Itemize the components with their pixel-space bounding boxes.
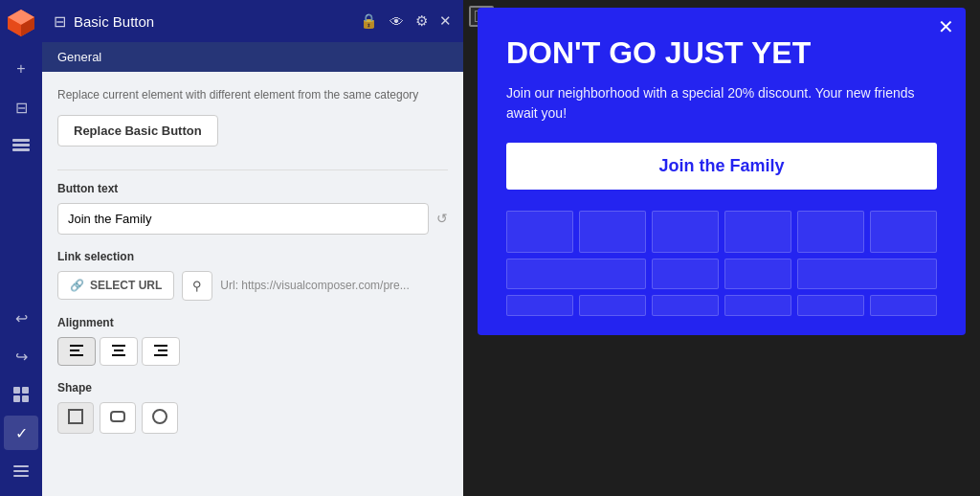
lock-icon[interactable]: 🔒	[360, 12, 378, 30]
svg-rect-16	[70, 354, 83, 356]
svg-rect-18	[114, 349, 123, 351]
wireframe-block	[579, 295, 646, 316]
alignment-row	[57, 337, 448, 366]
panel-title: Basic Button	[74, 13, 352, 30]
select-url-label: SELECT URL	[90, 279, 162, 292]
wireframe-block	[870, 211, 937, 253]
link-selection-label: Link selection	[57, 250, 448, 263]
svg-rect-4	[12, 139, 30, 142]
wireframe-content-area	[506, 211, 937, 316]
panel-element-icon: ⊟	[54, 12, 66, 31]
replace-description: Replace current element with different e…	[57, 87, 448, 103]
wireframe-block	[652, 211, 719, 253]
svg-rect-13	[13, 475, 29, 477]
url-display-text: Url: https://visualcomposer.com/pre...	[220, 279, 448, 292]
alignment-label: Alignment	[57, 316, 448, 329]
layers-icon[interactable]: ⊟	[4, 90, 38, 124]
undo-icon[interactable]: ↩	[4, 301, 38, 335]
svg-rect-23	[69, 410, 82, 423]
shape-row	[57, 402, 448, 434]
wireframe-block	[797, 259, 937, 289]
shape-square-button[interactable]	[57, 402, 94, 434]
svg-rect-24	[111, 412, 124, 421]
panel-body: Replace current element with different e…	[42, 72, 463, 496]
svg-rect-6	[12, 148, 30, 151]
icon-bar: + ⊟ ↩ ↪ ✓	[0, 0, 42, 496]
wireframe-block	[724, 295, 791, 316]
panel-header: ⊟ Basic Button 🔒 👁 ⚙ ✕	[42, 0, 463, 42]
add-element-icon[interactable]: +	[4, 52, 38, 86]
wireframe-block	[724, 259, 791, 289]
svg-rect-22	[154, 354, 167, 356]
align-right-button[interactable]	[142, 337, 180, 366]
modal-subtext: Join our neighborhood with a special 20%…	[506, 83, 937, 124]
button-text-input[interactable]	[57, 203, 429, 235]
wireframe-block	[506, 295, 573, 316]
right-preview-area: ✕ DON'T GO JUST YET Join our neighborhoo…	[463, 0, 980, 496]
pages-icon[interactable]	[4, 377, 38, 412]
replace-basic-button[interactable]: Replace Basic Button	[57, 115, 218, 147]
svg-rect-9	[13, 395, 20, 402]
svg-rect-12	[13, 470, 29, 472]
refresh-icon[interactable]: ↺	[436, 211, 448, 226]
modal-headline: DON'T GO JUST YET	[506, 36, 937, 70]
link-select-icon: 🔗	[70, 279, 84, 292]
svg-rect-11	[13, 465, 29, 467]
modal-close-icon[interactable]: ✕	[938, 17, 954, 36]
modal-overlay: ✕ DON'T GO JUST YET Join our neighborhoo…	[463, 0, 980, 496]
modal-cta-button[interactable]: Join the Family	[506, 143, 937, 190]
svg-rect-7	[13, 387, 20, 394]
button-text-label: Button text	[57, 182, 448, 195]
link-edit-icon[interactable]: ⚲	[182, 271, 212, 301]
svg-rect-14	[70, 345, 83, 347]
svg-rect-15	[70, 349, 79, 351]
eye-icon[interactable]: 👁	[390, 13, 404, 30]
svg-rect-20	[154, 345, 167, 347]
svg-rect-21	[158, 349, 167, 351]
divider-1	[57, 169, 448, 170]
modal-dialog: ✕ DON'T GO JUST YET Join our neighborhoo…	[478, 8, 966, 335]
link-selection-row: 🔗 SELECT URL ⚲ Url: https://visualcompos…	[57, 271, 448, 301]
close-panel-icon[interactable]: ✕	[439, 12, 452, 30]
svg-rect-5	[12, 144, 30, 147]
wireframe-block	[797, 211, 864, 253]
settings-icon[interactable]: ⚙	[415, 12, 428, 30]
app-logo[interactable]	[6, 8, 36, 38]
check-icon[interactable]: ✓	[4, 416, 38, 450]
wireframe-block	[506, 259, 646, 289]
svg-rect-19	[112, 354, 125, 356]
wireframe-block	[506, 211, 573, 253]
align-center-button[interactable]	[100, 337, 138, 366]
hamburger-menu-icon[interactable]	[4, 454, 38, 488]
wireframe-block	[579, 211, 646, 253]
shape-label: Shape	[57, 381, 448, 395]
panel-header-actions: 🔒 👁 ⚙ ✕	[360, 12, 452, 30]
button-text-row: ↺	[57, 203, 448, 235]
shape-rounded-button[interactable]	[100, 402, 136, 434]
redo-icon[interactable]: ↪	[4, 339, 38, 373]
wireframe-block	[870, 295, 937, 316]
general-section-header: General	[42, 42, 463, 72]
wireframe-block	[724, 211, 791, 253]
align-left-button[interactable]	[57, 337, 96, 366]
svg-point-25	[153, 410, 167, 423]
svg-rect-8	[22, 387, 29, 394]
wireframe-block	[652, 295, 719, 316]
left-panel: ⊟ Basic Button 🔒 👁 ⚙ ✕ General Replace c…	[42, 0, 463, 496]
select-url-button[interactable]: 🔗 SELECT URL	[57, 271, 174, 300]
wireframe-block	[652, 259, 719, 289]
stack-icon[interactable]	[4, 128, 38, 163]
shape-circle-button[interactable]	[142, 402, 178, 434]
wireframe-block	[797, 295, 864, 316]
svg-rect-10	[22, 395, 29, 402]
svg-rect-17	[112, 345, 125, 347]
